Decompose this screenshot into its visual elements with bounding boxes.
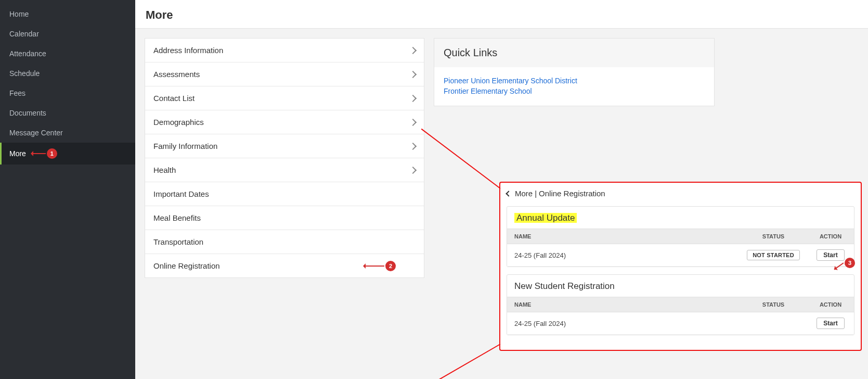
sidebar-item-label: Calendar xyxy=(9,30,39,38)
chevron-right-icon xyxy=(409,142,417,149)
sidebar-item-schedule[interactable]: Schedule xyxy=(0,64,135,83)
column-header-action: ACTION xyxy=(807,229,854,244)
sidebar-item-calendar[interactable]: Calendar xyxy=(0,24,135,44)
annual-update-table: NAME STATUS ACTION 24-25 (Fall 2024) NOT… xyxy=(507,229,854,267)
cell-status: NOT STARTED xyxy=(740,244,807,267)
sidebar-item-label: More xyxy=(9,149,26,158)
chevron-right-icon xyxy=(409,70,417,78)
arrow-left-icon xyxy=(364,266,384,267)
more-item-address-information[interactable]: Address Information xyxy=(145,39,424,62)
sidebar: Home Calendar Attendance Schedule Fees D… xyxy=(0,0,135,379)
more-item-label: Health xyxy=(153,166,176,174)
more-item-label: Demographics xyxy=(153,118,204,127)
chevron-right-icon xyxy=(409,118,417,125)
new-student-registration-section: New Student Registration NAME STATUS ACT… xyxy=(507,274,854,335)
more-item-transportation[interactable]: Transportation xyxy=(145,230,424,254)
sidebar-item-label: Fees xyxy=(9,89,25,97)
more-menu-card: Address Information Assessments Contact … xyxy=(145,38,424,278)
column-header-action: ACTION xyxy=(807,297,854,312)
table-row: 24-25 (Fall 2024) Start xyxy=(507,312,854,335)
quick-links-card: Quick Links Pioneer Union Elementary Sch… xyxy=(434,38,715,106)
sidebar-item-home[interactable]: Home xyxy=(0,4,135,24)
more-item-label: Meal Benefits xyxy=(153,213,201,222)
more-item-assessments[interactable]: Assessments xyxy=(145,62,424,86)
annotation-pointer-2: 2 xyxy=(364,261,396,271)
quick-links-title: Quick Links xyxy=(434,39,714,67)
breadcrumb-separator: | xyxy=(535,189,537,198)
annotation-badge: 2 xyxy=(385,261,396,271)
section-title: Annual Update xyxy=(507,207,854,229)
more-item-label: Family Information xyxy=(153,142,217,150)
start-button[interactable]: Start xyxy=(817,318,844,329)
sidebar-item-label: Home xyxy=(9,10,29,18)
annotation-pointer-1: 1 xyxy=(31,148,57,159)
column-header-status: STATUS xyxy=(740,297,807,312)
cell-status xyxy=(740,312,807,335)
main-content: More Address Information Assessments Con… xyxy=(135,0,868,379)
more-item-family-information[interactable]: Family Information xyxy=(145,134,424,158)
more-item-label: Important Dates xyxy=(153,190,209,198)
annotation-badge: 1 xyxy=(47,148,57,159)
arrow-left-icon xyxy=(31,153,46,154)
table-row: 24-25 (Fall 2024) NOT STARTED Start 3 xyxy=(507,244,854,267)
cell-action: Start xyxy=(807,312,854,335)
callout-connector-line xyxy=(374,344,500,379)
breadcrumb-current: Online Registration xyxy=(539,189,605,198)
chevron-right-icon xyxy=(409,94,417,102)
more-item-label: Assessments xyxy=(153,70,200,79)
more-item-contact-list[interactable]: Contact List xyxy=(145,86,424,110)
chevron-right-icon xyxy=(409,166,417,173)
online-registration-callout: More | Online Registration Annual Update… xyxy=(499,182,862,351)
quick-link-school[interactable]: Frontier Elementary School xyxy=(444,87,705,95)
sidebar-item-label: Message Center xyxy=(9,129,63,137)
section-title: New Student Registration xyxy=(507,275,854,297)
highlighted-text: Annual Update xyxy=(514,213,577,223)
annual-update-section: Annual Update NAME STATUS ACTION 24-25 (… xyxy=(507,206,854,267)
cell-action: Start 3 xyxy=(807,244,854,267)
content-area: Address Information Assessments Contact … xyxy=(135,29,868,379)
chevron-right-icon xyxy=(409,46,417,54)
breadcrumb: More | Online Registration xyxy=(506,187,856,202)
more-item-online-registration[interactable]: Online Registration 2 xyxy=(145,254,424,277)
callout-connector-line xyxy=(421,129,501,189)
quick-link-district[interactable]: Pioneer Union Elementary School District xyxy=(444,77,705,85)
sidebar-item-label: Schedule xyxy=(9,69,40,78)
more-item-label: Online Registration xyxy=(153,261,220,270)
more-item-important-dates[interactable]: Important Dates xyxy=(145,182,424,206)
page-title: More xyxy=(135,0,868,28)
column-header-status: STATUS xyxy=(740,229,807,244)
breadcrumb-parent[interactable]: More xyxy=(515,189,533,198)
chevron-left-icon[interactable] xyxy=(506,191,511,196)
new-student-table: NAME STATUS ACTION 24-25 (Fall 2024) Sta… xyxy=(507,297,854,335)
annotation-pointer-3: 3 xyxy=(832,258,855,268)
sidebar-item-label: Documents xyxy=(9,109,46,117)
sidebar-item-fees[interactable]: Fees xyxy=(0,83,135,103)
cell-name: 24-25 (Fall 2024) xyxy=(507,312,740,335)
sidebar-item-label: Attendance xyxy=(9,49,46,58)
more-item-label: Address Information xyxy=(153,46,223,55)
status-badge: NOT STARTED xyxy=(747,250,800,260)
sidebar-item-more[interactable]: More 1 xyxy=(0,143,135,165)
more-item-health[interactable]: Health xyxy=(145,158,424,182)
sidebar-item-message-center[interactable]: Message Center xyxy=(0,123,135,143)
quick-links-body: Pioneer Union Elementary School District… xyxy=(434,67,714,106)
sidebar-item-documents[interactable]: Documents xyxy=(0,103,135,123)
column-header-name: NAME xyxy=(507,297,740,312)
cell-name: 24-25 (Fall 2024) xyxy=(507,244,740,267)
arrow-icon xyxy=(834,262,844,270)
more-item-label: Contact List xyxy=(153,94,195,103)
more-item-label: Transportation xyxy=(153,237,203,246)
more-item-demographics[interactable]: Demographics xyxy=(145,110,424,134)
column-header-name: NAME xyxy=(507,229,740,244)
more-item-meal-benefits[interactable]: Meal Benefits xyxy=(145,206,424,230)
annotation-badge: 3 xyxy=(845,258,855,268)
sidebar-item-attendance[interactable]: Attendance xyxy=(0,44,135,64)
